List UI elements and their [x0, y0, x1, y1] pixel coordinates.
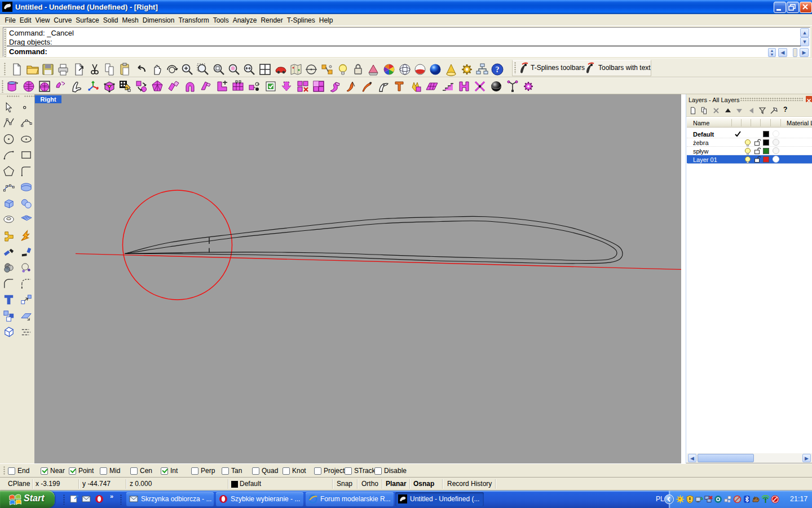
svg-text:?: ? — [496, 65, 500, 74]
